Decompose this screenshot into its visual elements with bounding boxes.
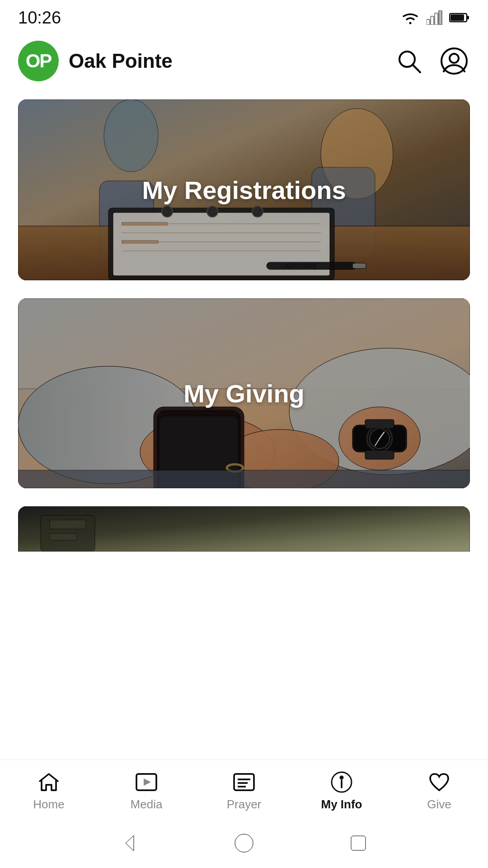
search-icon — [395, 47, 423, 75]
app-header: OP Oak Pointe — [0, 32, 488, 90]
svg-rect-2 — [435, 13, 438, 25]
home-button[interactable] — [233, 832, 255, 854]
svg-rect-53 — [50, 520, 86, 529]
svg-point-63 — [340, 776, 343, 779]
nav-prayer[interactable]: Prayer — [195, 770, 293, 811]
back-arrow-icon — [119, 833, 140, 854]
app-name: Oak Pointe — [69, 50, 173, 72]
give-icon — [427, 770, 451, 794]
status-bar: 10:26 — [0, 0, 488, 32]
svg-marker-64 — [126, 835, 134, 851]
svg-rect-1 — [431, 16, 434, 25]
header-actions — [393, 45, 470, 77]
bottom-navigation: Home Media Prayer — [0, 760, 488, 818]
giving-card[interactable]: My Giving — [18, 298, 470, 488]
svg-rect-0 — [427, 19, 430, 25]
svg-point-10 — [450, 54, 459, 63]
nav-prayer-label: Prayer — [227, 797, 262, 811]
nav-media[interactable]: Media — [98, 770, 195, 811]
nav-myinfo-label: My Info — [321, 797, 362, 811]
svg-rect-6 — [450, 14, 464, 21]
system-navigation — [0, 818, 488, 868]
search-button[interactable] — [393, 45, 425, 77]
registrations-card[interactable]: OAKPOINTE My Registrations — [18, 99, 470, 280]
registrations-overlay: My Registrations — [18, 99, 470, 280]
nav-give[interactable]: Give — [390, 770, 488, 811]
back-button[interactable] — [118, 832, 141, 854]
svg-point-65 — [235, 834, 253, 852]
svg-marker-56 — [144, 778, 151, 786]
svg-rect-54 — [50, 533, 77, 540]
media-icon — [135, 770, 158, 794]
status-icons — [400, 10, 470, 25]
partial-scene-svg — [18, 506, 470, 552]
profile-button[interactable] — [438, 45, 470, 77]
nav-give-label: Give — [427, 797, 451, 811]
main-content: OAKPOINTE My Registrations — [0, 90, 488, 561]
wifi-icon — [400, 10, 420, 25]
nav-myinfo[interactable]: My Info — [293, 770, 390, 811]
myinfo-icon — [330, 770, 353, 794]
registrations-title: My Registrations — [142, 175, 346, 205]
svg-rect-66 — [351, 836, 366, 850]
partial-card[interactable] — [18, 506, 470, 552]
nav-home-label: Home — [33, 797, 64, 811]
home-icon — [37, 770, 61, 794]
signal-icon — [427, 10, 443, 25]
app-logo[interactable]: OP — [18, 41, 59, 81]
battery-icon — [449, 12, 470, 24]
giving-overlay: My Giving — [18, 298, 470, 488]
nav-home[interactable]: Home — [0, 770, 98, 811]
partial-image — [18, 506, 470, 552]
profile-icon — [440, 47, 468, 75]
svg-line-8 — [413, 65, 420, 72]
header-left: OP Oak Pointe — [18, 41, 173, 81]
svg-rect-57 — [234, 774, 254, 790]
nav-media-label: Media — [131, 797, 163, 811]
giving-title: My Giving — [183, 379, 305, 408]
circle-home-icon — [234, 833, 254, 854]
logo-initials: OP — [26, 50, 52, 72]
svg-rect-3 — [439, 10, 442, 25]
square-recent-icon — [349, 834, 367, 852]
recent-button[interactable] — [347, 832, 370, 854]
status-time: 10:26 — [18, 8, 61, 28]
prayer-icon — [232, 770, 256, 794]
svg-rect-5 — [467, 16, 469, 19]
